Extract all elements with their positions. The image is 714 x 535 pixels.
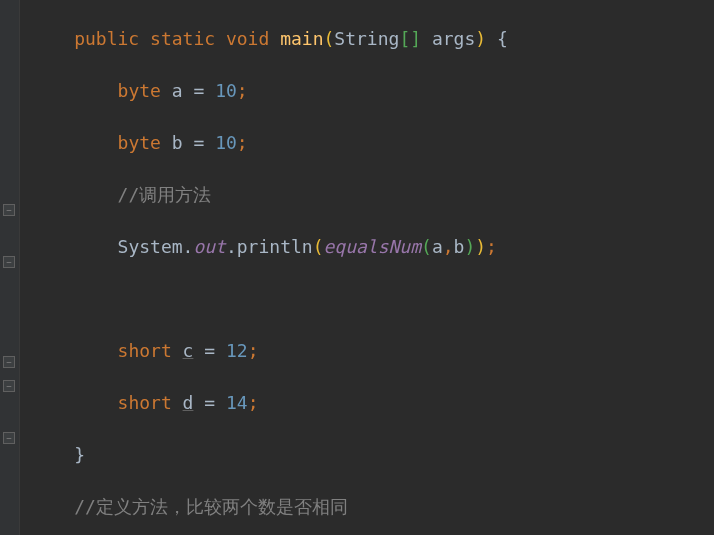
semicolon: ; — [248, 392, 259, 413]
code-line[interactable]: short c = 12; — [20, 338, 605, 364]
operator: = — [193, 80, 204, 101]
arg: a — [432, 236, 443, 257]
comment: //定义方法，比较两个数是否相同 — [74, 496, 348, 517]
semicolon: ; — [237, 132, 248, 153]
code-line[interactable]: byte a = 10; — [20, 78, 605, 104]
method-call: equalsNum — [323, 236, 421, 257]
fold-marker-icon[interactable]: − — [3, 256, 15, 268]
number: 10 — [215, 80, 237, 101]
semicolon: ; — [248, 340, 259, 361]
code-editor[interactable]: public static void main(String[] args) {… — [20, 0, 605, 535]
type: String — [334, 28, 399, 49]
method-call: println — [237, 236, 313, 257]
type: byte — [118, 80, 161, 101]
number: 10 — [215, 132, 237, 153]
brace: } — [74, 444, 85, 465]
operator: = — [204, 340, 215, 361]
gutter: − − − − − — [0, 0, 20, 535]
keyword: void — [226, 28, 269, 49]
type: short — [118, 392, 172, 413]
variable: a — [172, 80, 183, 101]
code-line[interactable] — [20, 286, 605, 312]
code-line[interactable]: byte b = 10; — [20, 130, 605, 156]
fold-marker-icon[interactable]: − — [3, 432, 15, 444]
semicolon: ; — [237, 80, 248, 101]
code-line[interactable]: } — [20, 442, 605, 468]
number: 14 — [226, 392, 248, 413]
code-line[interactable]: System.out.println(equalsNum(a,b)); — [20, 234, 605, 260]
method-name: main — [280, 28, 323, 49]
param: args — [432, 28, 475, 49]
operator: = — [193, 132, 204, 153]
fold-marker-icon[interactable]: − — [3, 380, 15, 392]
keyword: static — [150, 28, 215, 49]
type: short — [118, 340, 172, 361]
keyword: public — [74, 28, 139, 49]
variable: d — [183, 392, 194, 413]
comment: //调用方法 — [118, 184, 212, 205]
code-line[interactable]: //定义方法，比较两个数是否相同 — [20, 494, 605, 520]
code-line[interactable]: short d = 14; — [20, 390, 605, 416]
semicolon: ; — [486, 236, 497, 257]
field: out — [193, 236, 226, 257]
brackets: [] — [399, 28, 421, 49]
arg: b — [454, 236, 465, 257]
number: 12 — [226, 340, 248, 361]
fold-marker-icon[interactable]: − — [3, 356, 15, 368]
code-line[interactable]: public static void main(String[] args) { — [20, 26, 605, 52]
code-line[interactable]: //调用方法 — [20, 182, 605, 208]
fold-marker-icon[interactable]: − — [3, 204, 15, 216]
variable: c — [183, 340, 194, 361]
class-ref: System — [118, 236, 183, 257]
type: byte — [118, 132, 161, 153]
operator: = — [204, 392, 215, 413]
variable: b — [172, 132, 183, 153]
